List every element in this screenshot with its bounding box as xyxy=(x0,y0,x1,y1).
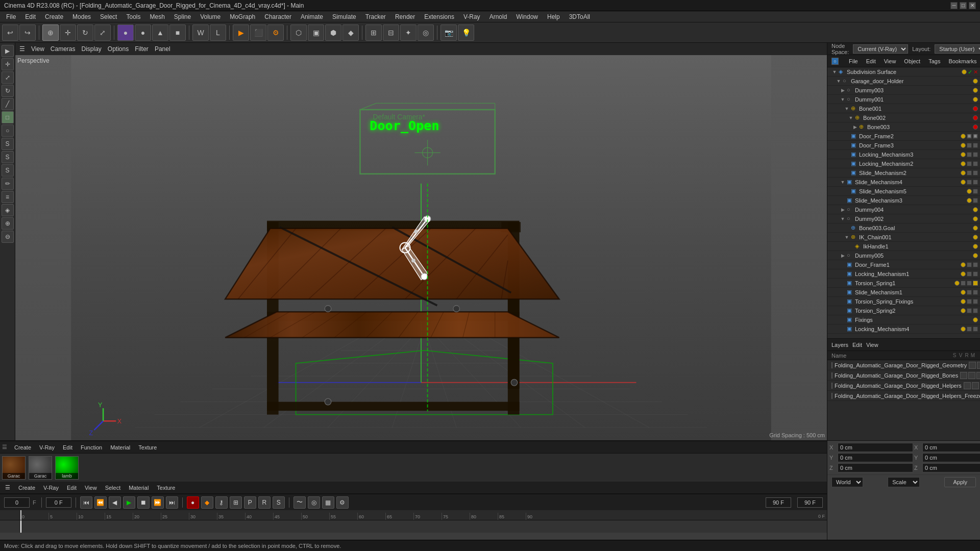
motion-trail-button[interactable]: 〜 xyxy=(293,496,306,509)
tag-dot[interactable] xyxy=(967,161,972,166)
pos-y-input[interactable] xyxy=(838,453,913,462)
preview-button[interactable]: ▦ xyxy=(322,496,334,509)
tool-plus[interactable]: ⊕ xyxy=(2,217,14,230)
dot-y[interactable] xyxy=(973,317,978,322)
menu-spline[interactable]: Spline xyxy=(170,12,195,21)
expand-icon[interactable] xyxy=(844,161,850,167)
render-view-button[interactable]: ▶ xyxy=(233,24,249,41)
dot-y[interactable] xyxy=(973,207,978,212)
tag-dot[interactable] xyxy=(967,180,972,185)
menu-render[interactable]: Render xyxy=(391,12,419,21)
tag-dot[interactable]: ⊞ xyxy=(967,134,972,139)
tag-dot[interactable] xyxy=(967,152,972,157)
expand-icon[interactable] xyxy=(840,197,846,204)
expand-icon[interactable] xyxy=(840,308,846,314)
expand-icon[interactable]: ▼ xyxy=(840,216,846,222)
obj-menu-file[interactable]: File xyxy=(847,58,860,65)
tag-dot2[interactable]: ⊞ xyxy=(973,134,978,139)
key-rot-button[interactable]: R xyxy=(258,496,271,509)
dot-visibility[interactable] xyxy=(973,79,978,84)
dot-y[interactable] xyxy=(961,308,966,313)
tool-s3[interactable]: S xyxy=(2,164,14,177)
layer-bones[interactable]: Folding_Automatic_Garage_Door_Rigged_Bon… xyxy=(827,370,980,381)
layers-view[interactable]: View xyxy=(866,342,878,348)
tree-item-torsion-spring-fixings[interactable]: ▣ Torsion_Spring_Fixings xyxy=(827,297,980,306)
menu-modes[interactable]: Modes xyxy=(68,12,95,21)
dot-y[interactable] xyxy=(973,97,978,102)
key-pos-button[interactable]: P xyxy=(244,496,256,509)
menu-character[interactable]: Character xyxy=(260,12,296,21)
tag-dot[interactable] xyxy=(967,143,972,148)
go-to-start-button[interactable]: ⏮ xyxy=(80,496,92,509)
obj-menu-object[interactable]: Object xyxy=(902,58,922,65)
dot-y[interactable] xyxy=(961,327,966,332)
tree-item-locking-mechanism3[interactable]: ▣ Locking_Mechanism3 xyxy=(827,150,980,159)
tree-item-fixings[interactable]: ▣ Fixings xyxy=(827,315,980,324)
tag-dot2[interactable] xyxy=(973,299,978,304)
tree-item-door-frame3[interactable]: ▣ Door_Frame3 xyxy=(827,141,980,150)
minimize-button[interactable]: ─ xyxy=(950,2,958,9)
tag-dot[interactable] xyxy=(967,308,972,313)
tag-dot[interactable] xyxy=(967,290,972,295)
tree-item-ikhandle1[interactable]: ◈ IkHandle1 xyxy=(827,242,980,251)
tree-item-garage-door-holder[interactable]: ▼ ○ Garage_door_Holder xyxy=(827,77,980,86)
keyframe-button[interactable]: ◆ xyxy=(201,496,213,509)
expand-icon[interactable] xyxy=(840,271,846,277)
expand-icon[interactable]: ▼ xyxy=(844,106,850,112)
tl-texture[interactable]: Texture xyxy=(154,484,178,491)
menu-tools[interactable]: Tools xyxy=(122,12,144,21)
tag-dot2[interactable] xyxy=(973,170,978,176)
tool-line[interactable]: ╱ xyxy=(2,98,14,110)
tree-item-bone003-goal[interactable]: ⊕ Bone003.Goal xyxy=(827,223,980,233)
dot-y[interactable] xyxy=(961,170,966,176)
tree-item-locking-mechanism1[interactable]: ▣ Locking_Mechanism1 xyxy=(827,269,980,279)
tag-dot2[interactable] xyxy=(967,281,972,286)
expand-icon[interactable]: ▼ xyxy=(844,234,850,240)
layers-edit[interactable]: Edit xyxy=(852,342,862,348)
layer-helpers[interactable]: Folding_Automatic_Garage_Door_Rigged_Hel… xyxy=(827,381,980,391)
tag-dot2[interactable] xyxy=(973,308,978,313)
solo-button[interactable]: ◎ xyxy=(418,24,434,41)
tag-dot2[interactable] xyxy=(973,143,978,148)
layer-visible[interactable] xyxy=(977,362,980,369)
viewport-solo-button[interactable]: ◎ xyxy=(308,496,320,509)
expand-icon[interactable]: ▼ xyxy=(831,69,838,75)
expand-icon[interactable]: ▶ xyxy=(840,87,846,93)
close-button[interactable]: ✕ xyxy=(969,2,976,9)
menu-tracker[interactable]: Tracker xyxy=(361,12,390,21)
tree-item-door-frame1[interactable]: ▣ Door_Frame1 xyxy=(827,260,980,269)
viewport-view-menu[interactable]: View xyxy=(31,45,44,53)
tree-item-ik-chain001[interactable]: ▼ ⊗ IK_Chain001 xyxy=(827,233,980,242)
key-all-button[interactable]: ⊞ xyxy=(230,496,242,509)
play-back-button[interactable]: ◀ xyxy=(109,496,121,509)
material-swatch-garage1[interactable]: Garac xyxy=(2,456,26,480)
world-coord-button[interactable]: W xyxy=(192,24,209,41)
expand-icon[interactable] xyxy=(840,326,846,332)
viewport-panel-menu[interactable]: Panel xyxy=(155,45,170,53)
tree-item-bone001[interactable]: ▼ ⊕ Bone001 xyxy=(827,104,980,113)
record-button[interactable]: ● xyxy=(187,496,199,509)
layer-geometry[interactable]: Folding_Automatic_Garage_Door_Rigged_Geo… xyxy=(827,360,980,370)
menu-extensions[interactable]: Extensions xyxy=(420,12,458,21)
dot-y[interactable] xyxy=(967,198,972,203)
tag-dot2[interactable] xyxy=(973,152,978,157)
dot-y[interactable] xyxy=(973,244,978,249)
size-y-input[interactable] xyxy=(922,453,980,462)
menu-help[interactable]: Help xyxy=(543,12,564,21)
tool-scale[interactable]: ⤢ xyxy=(2,71,14,84)
expand-icon[interactable] xyxy=(840,317,846,323)
mat-menu-function[interactable]: Function xyxy=(78,444,105,451)
dot-y[interactable] xyxy=(961,134,966,139)
menu-arnold[interactable]: Arnold xyxy=(485,12,511,21)
tl-edit[interactable]: Edit xyxy=(64,484,80,491)
obj-menu-bookmarks[interactable]: Bookmarks xyxy=(946,58,978,65)
menu-create[interactable]: Create xyxy=(41,12,67,21)
tree-item-dummy005[interactable]: ▶ ○ Dummy005 xyxy=(827,251,980,260)
tag-dot[interactable] xyxy=(967,262,972,267)
grid-button[interactable]: ⊟ xyxy=(383,24,399,41)
expand-icon[interactable] xyxy=(844,133,850,139)
expand-icon[interactable]: ▶ xyxy=(852,124,858,130)
tool-box[interactable]: □ xyxy=(2,111,14,123)
dot-visibility[interactable] xyxy=(962,69,967,74)
timeline-content[interactable] xyxy=(0,520,827,533)
